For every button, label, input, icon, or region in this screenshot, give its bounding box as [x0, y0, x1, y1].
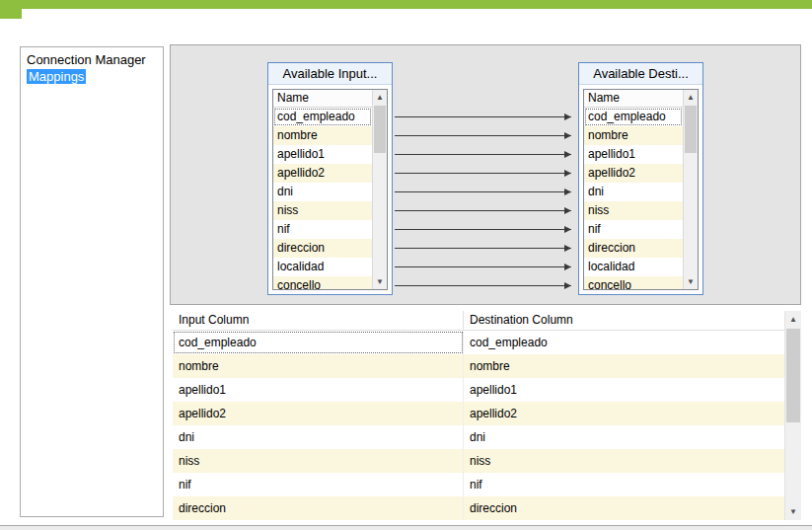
input-list-rows: cod_empleado nombre apellido1 apellido2 …: [273, 108, 387, 290]
scrollbar-thumb[interactable]: [786, 329, 800, 422]
destination-column-list: Name cod_empleado nombre apellido1 apell…: [583, 89, 699, 290]
sidebar-item-mappings[interactable]: Mappings: [24, 68, 160, 85]
destination-column-cell[interactable]: nif: [464, 473, 784, 496]
destination-column-cell[interactable]: apellido2: [464, 402, 784, 425]
destination-column-item[interactable]: nif: [584, 220, 683, 239]
destination-column-item[interactable]: direccion: [584, 239, 683, 258]
destination-column-cell[interactable]: direccion: [464, 496, 784, 520]
destination-column-item[interactable]: niss: [584, 201, 683, 220]
destination-list-scrollbar[interactable]: ▲ ▼: [683, 90, 698, 289]
destination-column-item[interactable]: concello: [584, 276, 683, 290]
scroll-up-icon[interactable]: ▲: [373, 90, 387, 105]
input-column-item[interactable]: concello: [273, 276, 372, 290]
destination-list-rows: cod_empleado nombre apellido1 apellido2 …: [584, 108, 698, 290]
mapping-grid-row: nif nif: [173, 473, 784, 496]
input-column-item[interactable]: apellido2: [273, 164, 372, 183]
input-list-scrollbar[interactable]: ▲ ▼: [372, 90, 387, 289]
input-column-cell[interactable]: nif: [173, 473, 464, 496]
input-column-cell[interactable]: apellido2: [173, 402, 464, 425]
mapping-grid-row: apellido2 apellido2: [173, 402, 784, 425]
input-column-cell[interactable]: direccion: [173, 496, 464, 520]
destination-column-item[interactable]: nombre: [584, 126, 683, 145]
page-list: Connection Manager Mappings: [20, 46, 164, 517]
mapping-connection-lines: [393, 62, 578, 295]
destination-column-cell[interactable]: apellido1: [464, 378, 784, 402]
input-column-item[interactable]: direccion: [273, 239, 372, 258]
grid-scrollbar[interactable]: ▲ ▼: [784, 311, 801, 520]
scroll-up-icon[interactable]: ▲: [785, 311, 801, 328]
sidebar-item-label: Mappings: [27, 69, 86, 84]
input-box-title: Available Input...: [268, 63, 392, 85]
input-column-item[interactable]: nombre: [273, 126, 372, 145]
mapping-grid-header: Input Column Destination Column: [173, 311, 784, 331]
destination-column-cell[interactable]: niss: [464, 449, 784, 473]
mapping-diagram-panel: Available Input... Name cod_empleado nom…: [170, 44, 801, 305]
scroll-down-icon[interactable]: ▼: [684, 274, 698, 289]
scrollbar-thumb[interactable]: [374, 106, 386, 153]
input-column-item[interactable]: dni: [273, 183, 372, 201]
destination-column-item[interactable]: cod_empleado: [584, 108, 683, 126]
mapping-grid-row: apellido1 apellido1: [173, 378, 784, 402]
window-bottom-edge: [0, 525, 812, 530]
destination-column-cell[interactable]: nombre: [464, 354, 784, 378]
window-accent-bar: [0, 0, 812, 9]
input-column-item[interactable]: apellido1: [273, 145, 372, 164]
mapping-grid-row: dni dni: [173, 425, 784, 449]
destination-column-item[interactable]: dni: [584, 183, 683, 201]
input-column-item[interactable]: localidad: [273, 258, 372, 276]
destination-box-title: Available Desti...: [579, 63, 702, 85]
mapping-grid-row: niss niss: [173, 449, 784, 473]
mapping-grid-row: nombre nombre: [173, 354, 784, 378]
scrollbar-thumb[interactable]: [685, 106, 697, 153]
mapping-grid-row: cod_empleado cod_empleado: [173, 331, 784, 354]
input-column-cell[interactable]: niss: [173, 449, 464, 473]
input-column-cell[interactable]: nombre: [173, 354, 464, 378]
scroll-down-icon[interactable]: ▼: [373, 274, 387, 289]
destination-column-cell[interactable]: dni: [464, 425, 784, 449]
destination-column-cell[interactable]: cod_empleado: [464, 331, 784, 354]
destination-column-item[interactable]: apellido1: [584, 145, 683, 164]
destination-list-header: Name: [584, 90, 683, 108]
input-column-cell[interactable]: dni: [173, 425, 464, 449]
available-destination-columns-box[interactable]: Available Desti... Name cod_empleado nom…: [578, 62, 703, 295]
input-column-cell[interactable]: cod_empleado: [173, 331, 464, 354]
mapping-grid-row: direccion direccion: [173, 496, 784, 520]
available-input-columns-box[interactable]: Available Input... Name cod_empleado nom…: [267, 62, 393, 295]
input-column-item[interactable]: cod_empleado: [273, 108, 372, 126]
destination-column-item[interactable]: apellido2: [584, 164, 683, 183]
destination-column-header[interactable]: Destination Column: [464, 311, 784, 330]
input-column-list: Name cod_empleado nombre apellido1 apell…: [272, 89, 388, 290]
sidebar-item-connection-manager[interactable]: Connection Manager: [24, 51, 160, 68]
input-column-cell[interactable]: apellido1: [173, 378, 464, 402]
input-column-item[interactable]: nif: [273, 220, 372, 239]
mapping-grid: Input Column Destination Column cod_empl…: [173, 311, 801, 520]
destination-column-item[interactable]: localidad: [584, 258, 683, 276]
scroll-up-icon[interactable]: ▲: [684, 90, 698, 105]
scroll-down-icon[interactable]: ▼: [785, 503, 801, 520]
input-list-header: Name: [273, 90, 372, 108]
input-column-item[interactable]: niss: [273, 201, 372, 220]
mapping-grid-rows: cod_empleado cod_empleado nombre nombre …: [173, 331, 784, 520]
input-column-header[interactable]: Input Column: [173, 311, 464, 330]
sidebar-item-label: Connection Manager: [27, 52, 146, 67]
window-accent-corner: [0, 0, 22, 19]
